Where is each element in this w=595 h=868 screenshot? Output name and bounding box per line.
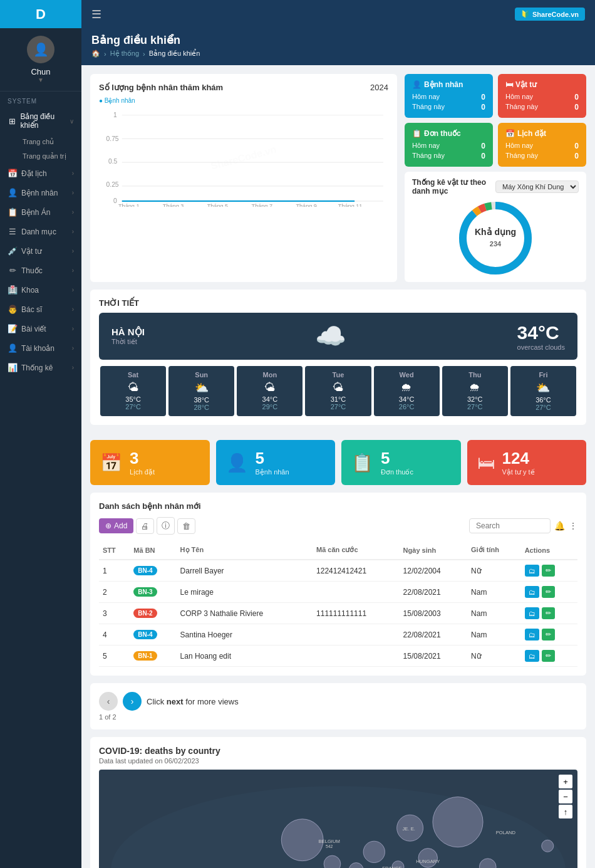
info-button[interactable]: ⓘ	[157, 517, 175, 535]
donut-center-value: 234	[490, 240, 502, 248]
patient-chart-card: Số lượng bệnh nhân thăm khám 2024 ● Bệnh…	[90, 74, 397, 282]
next-button[interactable]: ›	[123, 692, 142, 711]
stat-card-supply: 🛏 Vật tư Hôm nay 0 Tháng này 0	[498, 74, 586, 118]
sidebar-item-bai-viet[interactable]: 📝 Bài viết ›	[0, 319, 81, 338]
patient-month-row: Tháng này 0	[412, 103, 485, 112]
view-btn-4[interactable]: 🗂	[525, 629, 539, 641]
stat-card-supply-title: 🛏 Vật tư	[505, 80, 579, 89]
patient-big-icon: 👤	[226, 452, 248, 473]
line-chart-svg: 1 0.75 0.5 0.25 0 Tháng	[99, 107, 388, 207]
stat-card-prescription: 📋 Đơn thuốc Hôm nay 0 Tháng này 0	[405, 123, 493, 167]
sidebar-item-vat-tu[interactable]: 💉 Vật tư ›	[0, 241, 81, 261]
supply-today-row: Hôm nay 0	[505, 93, 579, 102]
stat-card-appointment-title: 📅 Lịch đặt	[505, 129, 579, 138]
sidebar-item-thong-ke[interactable]: 📊 Thống kê ›	[0, 358, 81, 377]
brand-name: ShareCode.vn	[532, 11, 579, 18]
cell-ma-bn-5: BN-1	[130, 646, 176, 667]
view-btn-5[interactable]: 🗂	[525, 650, 539, 662]
cell-ma-can-cuoc-2	[313, 582, 400, 603]
edit-btn-1[interactable]: ✏	[542, 565, 555, 577]
svg-text:1: 1	[113, 112, 117, 118]
weather-day-fri-icon: ⛅	[513, 381, 574, 395]
sidebar-dropdown-icon[interactable]: ▼	[38, 76, 44, 83]
delete-button[interactable]: 🗑	[177, 518, 195, 534]
donut-select[interactable]: Máy Xông Khí Dung	[495, 180, 579, 193]
weather-day-thu-high: 32°C	[445, 395, 505, 403]
bottom-card-supply-info: 124 Vật tư y tế	[502, 449, 535, 476]
stats-icon: 📊	[8, 363, 18, 372]
view-btn-2[interactable]: 🗂	[525, 586, 539, 598]
breadcrumb-system[interactable]: Hệ thống	[110, 50, 139, 58]
covid-map-container: BELGIUM 542 FRANCE JE. E. UKRAINE 312 SW…	[99, 770, 577, 868]
avatar: 👤	[27, 36, 54, 63]
weather-day-thu: Thu 🌧 32°C 27°C	[442, 366, 508, 416]
sidebar-item-danh-muc[interactable]: ☰ Danh mục ›	[0, 222, 81, 241]
sidebar-item-thuoc[interactable]: ✏ Thuốc ›	[0, 261, 81, 280]
next-text: Click next for more views	[147, 697, 239, 706]
svg-point-25	[433, 797, 483, 847]
sidebar-item-label-bai-viet: Bài viết	[21, 325, 46, 333]
cell-ho-ten-4: Santina Hoeger	[177, 624, 313, 646]
sidebar-logo-letter: D	[36, 6, 46, 23]
donut-chart-svg: Khả dụng 234	[455, 197, 536, 279]
chart-header: Số lượng bệnh nhân thăm khám 2024	[99, 83, 388, 92]
sidebar-item-dashboard[interactable]: ⊞ Bảng điều khiển ∨	[0, 107, 81, 135]
sidebar-item-label-thuoc: Thuốc	[21, 266, 43, 275]
menu-icon[interactable]: ☰	[91, 8, 101, 21]
zoom-out-button[interactable]: −	[559, 790, 572, 803]
sidebar-item-benh-nhan[interactable]: 👤 Bệnh nhân ›	[0, 183, 81, 202]
search-input[interactable]	[469, 518, 551, 533]
patient-today-row: Hôm nay 0	[412, 93, 485, 102]
appointment-card-icon: 📅	[505, 129, 515, 138]
breadcrumb-separator-2: ›	[143, 50, 145, 58]
weather-day-wed: Wed 🌧 34°C 26°C	[374, 366, 440, 416]
sidebar-item-khoa[interactable]: 🏥 Khoa ›	[0, 280, 81, 300]
weather-day-tue-icon: 🌤	[308, 381, 368, 394]
weather-temp: 34°C	[517, 322, 565, 343]
edit-btn-2[interactable]: ✏	[542, 586, 555, 598]
stat-card-patient: 👤 Bệnh nhân Hôm nay 0 Tháng này 0	[405, 74, 493, 118]
breadcrumb-home-icon[interactable]: 🏠	[91, 50, 100, 58]
sidebar-sub-trang-quan-tri[interactable]: Trang quản trị	[0, 149, 81, 164]
prev-button[interactable]: ‹	[99, 692, 118, 711]
sidebar-item-label-thong-ke: Thống kê	[21, 363, 53, 372]
sidebar-item-bac-si[interactable]: 👨 Bác sĩ ›	[0, 300, 81, 319]
chevron-right-icon: ›	[72, 170, 74, 177]
edit-btn-5[interactable]: ✏	[542, 650, 555, 662]
edit-btn-4[interactable]: ✏	[542, 629, 555, 641]
weather-main: HÀ NỘI Thời tiết ☁️ 34°C overcast clouds	[99, 313, 577, 360]
chevron-right-icon-3: ›	[72, 209, 74, 216]
sidebar-item-dat-lich[interactable]: 📅 Đặt lịch ›	[0, 164, 81, 183]
cell-ngay-sinh-4: 22/08/2021	[400, 624, 467, 646]
calendar-icon: 📅	[8, 169, 18, 178]
svg-text:HUNGARY: HUNGARY	[416, 859, 440, 864]
sidebar-item-tai-khoan[interactable]: 👤 Tài khoản ›	[0, 338, 81, 358]
sidebar-item-benh-an[interactable]: 📋 Bệnh Án ›	[0, 202, 81, 222]
more-options-btn[interactable]: ⋮	[569, 521, 577, 531]
table-actions: ⊕ Add 🖨 ⓘ 🗑	[99, 517, 195, 535]
print-button[interactable]: 🖨	[136, 518, 154, 534]
cell-actions-1: 🗂 ✏	[521, 560, 577, 582]
zoom-in-button[interactable]: +	[559, 775, 572, 788]
bottom-card-prescription: 📋 5 Đơn thuốc	[341, 440, 461, 485]
cell-ma-can-cuoc-4	[313, 624, 400, 646]
sidebar-sub-trang-chu[interactable]: Trang chủ	[0, 135, 81, 149]
prescription-big-icon: 📋	[351, 452, 373, 473]
weather-day-mon-high: 34°C	[239, 395, 300, 403]
svg-text:FRANCE: FRANCE	[382, 865, 401, 868]
main-content: ☰ 🔰 ShareCode.vn Bảng điều khiển 🏠 › Hệ …	[81, 0, 595, 868]
add-button[interactable]: ⊕ Add	[99, 518, 133, 533]
view-btn-3[interactable]: 🗂	[525, 607, 539, 619]
svg-text:0.5: 0.5	[108, 158, 118, 165]
reset-view-button[interactable]: ↑	[559, 805, 572, 818]
weather-day-thu-icon: 🌧	[445, 381, 505, 394]
edit-btn-3[interactable]: ✏	[542, 607, 555, 619]
table-toolbar: ⊕ Add 🖨 ⓘ 🗑 🔔 ⋮	[99, 517, 577, 535]
covid-map-section: COVID-19: deaths by country Data last up…	[90, 737, 586, 868]
donut-title: Thống kê vật tư theo danh mục	[412, 178, 495, 196]
weather-day-sat-icon: 🌤	[103, 381, 163, 394]
view-btn-1[interactable]: 🗂	[525, 565, 539, 577]
search-icon-btn[interactable]: 🔔	[554, 521, 565, 531]
badge-bn4-1: BN-4	[133, 566, 157, 575]
svg-text:POLAND: POLAND	[496, 830, 516, 835]
